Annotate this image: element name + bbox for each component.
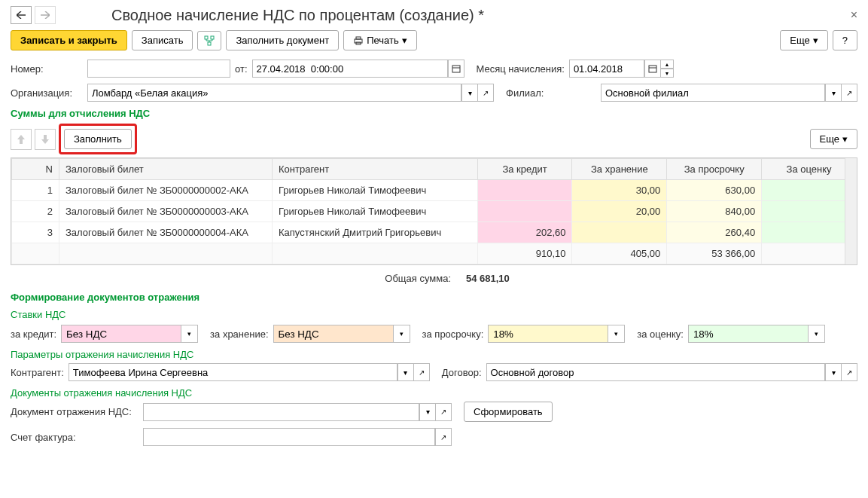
dropdown-icon: ▾ <box>842 133 848 145</box>
table-row[interactable]: 1 Залоговый билет № ЗБ0000000002-АКА Гри… <box>12 180 857 201</box>
dropdown-button[interactable]: ▾ <box>397 363 414 381</box>
svg-rect-1 <box>211 36 214 39</box>
svg-rect-7 <box>649 66 656 72</box>
nav-back-button[interactable] <box>11 6 32 24</box>
save-button[interactable]: Записать <box>132 30 193 50</box>
move-up-button[interactable] <box>11 129 32 150</box>
open-button[interactable]: ↗ <box>435 403 452 421</box>
highlight-box: Заполнить <box>59 124 137 154</box>
org-label: Организация: <box>11 87 83 99</box>
col-n: N <box>12 159 59 180</box>
arrow-left-icon <box>17 11 26 19</box>
col-ticket: Залоговый билет <box>59 159 272 180</box>
dropdown-button[interactable]: ▾ <box>809 325 825 343</box>
rate-credit-input[interactable] <box>61 325 181 343</box>
tree-icon <box>204 35 215 46</box>
structure-button[interactable] <box>197 31 221 50</box>
spinner-down[interactable]: ▼ <box>660 69 674 78</box>
col-eval: За оценку <box>762 159 857 180</box>
dropdown-button[interactable]: ▾ <box>461 84 478 102</box>
move-down-button[interactable] <box>35 129 56 150</box>
svg-rect-4 <box>356 37 361 39</box>
rate-eval-input[interactable] <box>688 325 809 343</box>
table-row[interactable]: 3 Залоговый билет № ЗБ0000000004-АКА Кап… <box>12 222 857 243</box>
fill-document-button[interactable]: Заполнить документ <box>226 30 339 50</box>
section-sums-title: Суммы для отчисления НДС <box>11 108 857 119</box>
dropdown-button[interactable]: ▾ <box>181 325 198 343</box>
dropdown-button[interactable]: ▾ <box>394 325 410 343</box>
dropdown-icon: ▾ <box>402 35 407 46</box>
branch-input[interactable] <box>601 84 825 102</box>
arrow-up-icon <box>17 135 25 144</box>
open-button[interactable]: ↗ <box>435 428 452 446</box>
print-icon <box>353 36 364 45</box>
print-label: Печать <box>367 35 399 46</box>
open-button[interactable]: ↗ <box>841 84 857 102</box>
dropdown-button[interactable]: ▾ <box>419 403 436 421</box>
number-input[interactable] <box>87 60 230 78</box>
contragent-input[interactable] <box>69 363 397 381</box>
rate-eval-label: за оценку: <box>637 328 684 340</box>
calendar-icon <box>648 64 657 73</box>
contragent-label: Контрагент: <box>11 367 64 378</box>
calendar-icon <box>452 64 461 73</box>
invoice-input[interactable] <box>143 428 435 446</box>
rate-credit-label: за кредит: <box>11 328 56 340</box>
save-close-button[interactable]: Записать и закрыть <box>11 30 127 50</box>
table-more-button[interactable]: Еще ▾ <box>810 129 857 149</box>
contract-input[interactable] <box>486 363 825 381</box>
arrow-right-icon <box>41 11 50 19</box>
sums-table: N Залоговый билет Контрагент За кредит З… <box>11 158 857 264</box>
total-value: 54 681,10 <box>466 273 510 284</box>
col-credit: За кредит <box>477 159 572 180</box>
rate-overdue-label: за просрочку: <box>422 328 484 340</box>
dropdown-button[interactable]: ▾ <box>825 363 842 381</box>
total-label: Общая сумма: <box>169 273 466 284</box>
open-button[interactable]: ↗ <box>841 363 857 381</box>
close-icon[interactable]: × <box>851 8 857 22</box>
scrollbar[interactable] <box>845 158 857 264</box>
invoice-label: Счет фактура: <box>11 432 139 443</box>
page-title: Сводное начисление НДС по процентам (соз… <box>111 7 484 24</box>
col-contragent: Контрагент <box>273 159 478 180</box>
org-input[interactable] <box>87 84 461 102</box>
dropdown-button[interactable]: ▾ <box>608 325 625 343</box>
nav-forward-button[interactable] <box>35 6 56 24</box>
dropdown-icon: ▾ <box>813 35 818 46</box>
open-button[interactable]: ↗ <box>413 363 430 381</box>
arrow-down-icon <box>41 135 49 144</box>
rate-overdue-input[interactable] <box>488 325 608 343</box>
print-button[interactable]: Печать ▾ <box>343 30 417 50</box>
month-input[interactable] <box>569 60 644 78</box>
dropdown-button[interactable]: ▾ <box>825 84 842 102</box>
doc-input[interactable] <box>143 403 419 421</box>
table-row[interactable]: 2 Залоговый билет № ЗБ0000000003-АКА Гри… <box>12 201 857 222</box>
docs-title: Документы отражения начисления НДС <box>11 387 857 399</box>
rate-store-input[interactable] <box>273 325 394 343</box>
col-overdue: За просрочку <box>667 159 762 180</box>
from-label: от: <box>235 63 248 75</box>
rate-store-label: за хранение: <box>210 328 268 340</box>
contract-label: Договор: <box>442 367 482 378</box>
svg-rect-2 <box>208 42 211 45</box>
more-button[interactable]: Еще ▾ <box>780 30 827 50</box>
branch-label: Филиал: <box>506 87 596 99</box>
section-formation-title: Формирование документов отражения <box>11 292 857 303</box>
calendar-button[interactable] <box>644 60 661 78</box>
open-button[interactable]: ↗ <box>477 84 494 102</box>
number-label: Номер: <box>11 63 83 75</box>
help-button[interactable]: ? <box>833 30 857 50</box>
form-button[interactable]: Сформировать <box>464 402 553 422</box>
svg-rect-6 <box>452 66 460 72</box>
fill-button[interactable]: Заполнить <box>64 129 132 149</box>
col-store: За хранение <box>572 159 667 180</box>
svg-rect-0 <box>205 36 208 39</box>
doc-label: Документ отражения НДС: <box>11 406 139 417</box>
params-title: Параметры отражения начисления НДС <box>11 349 857 360</box>
date-input[interactable] <box>252 60 448 78</box>
month-label: Месяц начисления: <box>477 63 565 75</box>
spinner-up[interactable]: ▲ <box>660 60 674 69</box>
calendar-button[interactable] <box>448 60 464 78</box>
rates-title: Ставки НДС <box>11 309 857 320</box>
